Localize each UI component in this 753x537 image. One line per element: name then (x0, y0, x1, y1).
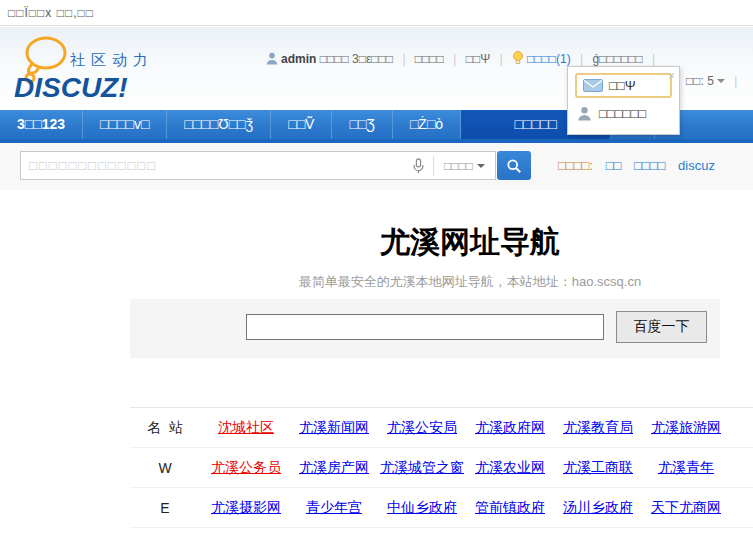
top-strip: □□Ï□□x □□,□□ (0, 0, 753, 26)
site-link[interactable]: 天下尤商网 (642, 499, 730, 517)
site-link[interactable]: 沈城社区 (202, 419, 290, 437)
row-label: 名 站 (130, 419, 202, 437)
search-scope-label: □□□□ (444, 159, 473, 173)
site-link[interactable]: 尤溪房产网 (290, 459, 378, 477)
site-link[interactable]: 尤溪农业网 (466, 459, 554, 477)
table-row: E 尤溪摄影网 青少年宫 中仙乡政府 管前镇政府 汤川乡政府 天下尤商网 (130, 488, 753, 528)
user-toolbar: admin □□□□ 3□ε□□□ □□□□ □□Ψ □□□□(1) ǵ□□□□… (266, 51, 753, 67)
hot-search-link-1[interactable]: □□ (606, 158, 622, 173)
popup-message-label: □□Ψ (609, 78, 636, 93)
notification-popup: × □□Ψ □□□□□□ (567, 66, 680, 135)
logo-tagline: 社区动力 (70, 51, 154, 68)
page-subtitle: 最简单最安全的尤溪本地网址导航，本站地址：hao.scsq.cn (0, 273, 753, 291)
row-label: W (130, 460, 202, 476)
user-suffix: □□□□ 3□ε□□□ (320, 52, 393, 66)
site-link[interactable]: 尤溪青年 (642, 459, 730, 477)
username[interactable]: admin (281, 52, 316, 66)
table-row: 名 站 沈城社区 尤溪新闻网 尤溪公安局 尤溪政府网 尤溪教育局 尤溪旅游网 (130, 408, 753, 448)
table-row: W 尤溪公务员 尤溪房产网 尤溪城管之窗 尤溪农业网 尤溪工商联 尤溪青年 (130, 448, 753, 488)
hot-search-link-2[interactable]: □□□□ (634, 158, 665, 173)
nav-item-2[interactable]: □□□□v□ (83, 110, 167, 139)
site-link[interactable]: 尤溪工商联 (554, 459, 642, 477)
search-input[interactable] (21, 153, 404, 178)
nav-item-1[interactable]: 3□□123 (0, 110, 83, 139)
user-link-1[interactable]: □□□□ (415, 52, 444, 66)
row-label: E (130, 500, 202, 516)
baidu-search-button[interactable]: 百度一下 (616, 311, 707, 343)
person-icon (577, 106, 592, 121)
divider (500, 52, 503, 66)
close-icon[interactable]: × (668, 69, 675, 83)
popup-message-item[interactable]: □□Ψ (575, 73, 672, 98)
hot-search-label: □□□□: (558, 158, 593, 173)
page-intro: 尤溪网址导航 最简单最安全的尤溪本地网址导航，本站地址：hao.scsq.cn (0, 190, 753, 291)
popup-profile-item[interactable]: □□□□□□ (568, 102, 679, 125)
user-link-2[interactable]: □□Ψ (466, 52, 491, 66)
logo-brand: DISCUZ! (14, 72, 128, 103)
divider (734, 74, 737, 88)
style-label: □□: 5 (686, 74, 714, 88)
site-link[interactable]: 青少年宫 (290, 499, 378, 517)
site-link[interactable]: 中仙乡政府 (378, 499, 466, 517)
discuz-logo[interactable]: 社区动力 DISCUZ! (6, 33, 166, 105)
site-link[interactable]: 尤溪新闻网 (290, 419, 378, 437)
search-scope-select[interactable]: □□□□ (434, 159, 495, 173)
page-title: 尤溪网址导航 (0, 222, 753, 263)
nav-bottom-strip (0, 139, 753, 143)
baidu-search-panel: 百度一下 (130, 299, 720, 358)
popup-profile-label: □□□□□□ (599, 106, 646, 121)
style-switcher[interactable]: □□: 5 (686, 74, 743, 88)
microphone-icon[interactable] (404, 158, 433, 174)
chevron-down-icon (477, 164, 485, 168)
site-search-bar: □□□□ □□□□: □□ □□□□ discuz (0, 143, 753, 190)
divider (652, 52, 655, 66)
site-link[interactable]: 尤溪旅游网 (642, 419, 730, 437)
discuz-bubble-icon: 社区动力 DISCUZ! (6, 33, 166, 105)
nav-item-3[interactable]: □□□□Ʊ□□ǯ (167, 110, 271, 139)
site-link[interactable]: 尤溪摄影网 (202, 499, 290, 517)
site-link[interactable]: 尤溪公务员 (202, 459, 290, 477)
top-strip-text: □□Ï□□x □□,□□ (8, 6, 94, 20)
divider (402, 52, 405, 66)
nav-item-6[interactable]: □Ż□ò (393, 110, 461, 139)
envelope-icon (583, 79, 603, 92)
nav-item-5[interactable]: □□Ʒ (332, 110, 392, 139)
chevron-down-icon (717, 79, 725, 83)
divider (580, 52, 583, 66)
hot-search-link-3[interactable]: discuz (678, 158, 715, 173)
search-icon (506, 158, 522, 174)
site-link[interactable]: 尤溪公安局 (378, 419, 466, 437)
site-link[interactable]: 尤溪城管之窗 (378, 459, 466, 477)
search-button[interactable] (497, 151, 531, 180)
site-link[interactable]: 管前镇政府 (466, 499, 554, 517)
site-link[interactable]: 尤溪教育局 (554, 419, 642, 437)
notifications-link[interactable]: □□□□(1) (527, 52, 571, 66)
site-link[interactable]: 汤川乡政府 (554, 499, 642, 517)
nav-item-4[interactable]: □□Ṽ (271, 110, 332, 139)
user-link-3[interactable]: ǵ□□□□□□ (592, 52, 642, 66)
table-row: J 尤溪一中 尤溪七中 尤溪五中 尤溪文公 晃光中学 尤溪职专 (130, 528, 753, 537)
hot-search: □□□□: □□ □□□□ discuz (558, 158, 715, 173)
link-directory: 名 站 沈城社区 尤溪新闻网 尤溪公安局 尤溪政府网 尤溪教育局 尤溪旅游网 W… (130, 407, 753, 537)
divider (453, 52, 456, 66)
user-icon (266, 52, 278, 67)
site-link[interactable]: 尤溪政府网 (466, 419, 554, 437)
search-box: □□□□ (20, 151, 496, 180)
baidu-search-input[interactable] (246, 314, 604, 340)
page: □□Ï□□x □□,□□ 社区动力 DISCUZ! admin □□□□ 3□ε… (0, 0, 753, 537)
lightbulb-icon (512, 51, 524, 67)
